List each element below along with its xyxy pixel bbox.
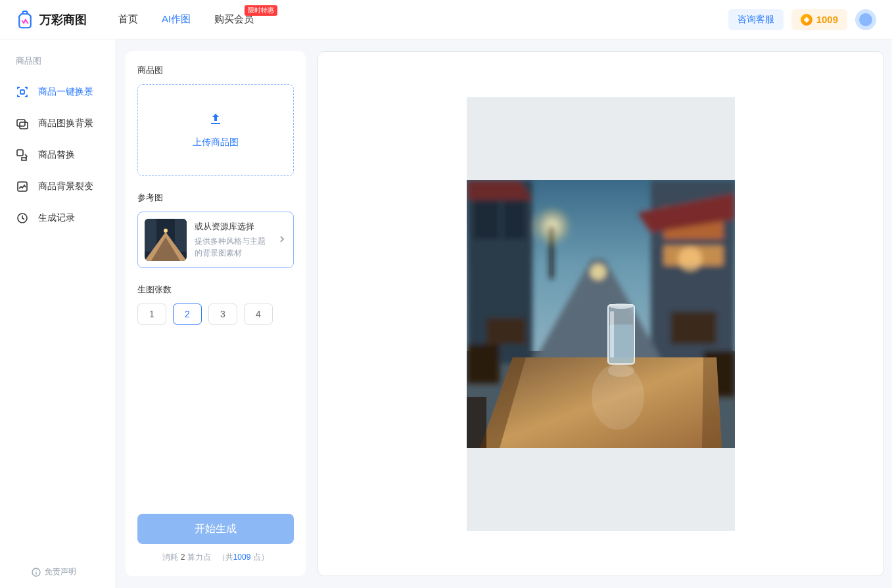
- replace-icon: [16, 148, 29, 162]
- svg-rect-16: [473, 200, 500, 239]
- preview-image: [467, 180, 735, 448]
- coin-balance-button[interactable]: ◈ 1009: [791, 9, 847, 30]
- reference-thumbnail: [145, 219, 187, 261]
- svg-rect-3: [17, 150, 23, 156]
- header-right: 咨询客服 ◈ 1009: [728, 9, 876, 30]
- control-panel: 商品图 上传商品图 参考图: [126, 51, 306, 576]
- avatar[interactable]: [855, 9, 876, 30]
- svg-point-30: [590, 264, 606, 280]
- nav-buy[interactable]: 购买会员 限时特惠: [214, 13, 254, 26]
- svg-point-31: [678, 247, 702, 271]
- count-option-1[interactable]: 1: [137, 304, 166, 325]
- sidebar-item-bg-fission[interactable]: 商品背景裂变: [0, 171, 115, 202]
- svg-rect-2: [20, 122, 28, 129]
- chevron-right-icon: [277, 235, 287, 246]
- svg-rect-17: [503, 200, 526, 239]
- upload-text: 上传商品图: [193, 137, 239, 148]
- disclaimer-link[interactable]: 免责声明: [32, 566, 76, 577]
- sidebar-item-label: 商品一键换景: [38, 86, 93, 98]
- reference-title: 或从资源库选择: [195, 221, 270, 233]
- count-section-label: 生图张数: [137, 284, 294, 296]
- sidebar: 商品图 商品一键换景 商品图换背景 商品替换 商品背景裂变: [0, 39, 115, 588]
- customer-service-button[interactable]: 咨询客服: [728, 9, 784, 30]
- sidebar-item-label: 生成记录: [38, 212, 75, 224]
- svg-rect-26: [467, 344, 500, 384]
- coin-icon: ◈: [801, 14, 812, 26]
- svg-rect-25: [670, 311, 716, 344]
- disclaimer-text: 免责声明: [45, 566, 76, 577]
- coin-count: 1009: [816, 14, 838, 25]
- nav: 首页 AI作图 购买会员 限时特惠: [118, 13, 254, 26]
- promo-badge: 限时特惠: [245, 5, 277, 16]
- reference-library-button[interactable]: 或从资源库选择 提供多种风格与主题的背景图素材: [137, 212, 294, 268]
- svg-rect-9: [175, 219, 187, 252]
- preview-canvas: [467, 97, 735, 531]
- svg-rect-24: [486, 318, 526, 344]
- scan-icon: [16, 85, 29, 99]
- svg-point-39: [609, 304, 633, 309]
- count-option-4[interactable]: 4: [244, 304, 273, 325]
- cost-info: 消耗 2 算力点 （共1009 点）: [137, 552, 294, 563]
- svg-rect-8: [145, 219, 156, 252]
- sidebar-item-change-bg[interactable]: 商品图换背景: [0, 108, 115, 139]
- brand-text: 万彩商图: [39, 12, 87, 28]
- sidebar-item-history[interactable]: 生成记录: [0, 202, 115, 234]
- preview-area: [317, 51, 884, 576]
- sidebar-group-title: 商品图: [0, 51, 115, 76]
- nav-home[interactable]: 首页: [118, 13, 138, 26]
- svg-rect-42: [467, 397, 486, 448]
- nav-ai[interactable]: AI作图: [162, 13, 191, 26]
- reference-desc: 提供多种风格与主题的背景图素材: [195, 235, 270, 259]
- image-swap-icon: [16, 117, 29, 130]
- svg-rect-0: [20, 90, 24, 94]
- brand-logo[interactable]: 万彩商图: [16, 11, 87, 29]
- sidebar-item-one-click-bg[interactable]: 商品一键换景: [0, 76, 115, 108]
- count-option-2[interactable]: 2: [173, 304, 202, 325]
- upload-icon: [208, 112, 223, 130]
- sidebar-item-label: 商品图换背景: [38, 118, 93, 129]
- svg-point-41: [608, 364, 634, 377]
- count-selector: 1 2 3 4: [137, 304, 294, 325]
- sidebar-item-label: 商品替换: [38, 149, 75, 161]
- logo-icon: [16, 11, 34, 29]
- upload-dropzone[interactable]: 上传商品图: [137, 84, 294, 176]
- svg-rect-1: [17, 120, 25, 126]
- count-option-3[interactable]: 3: [208, 304, 237, 325]
- grid-icon: [16, 180, 29, 193]
- reference-section-label: 参考图: [137, 192, 294, 204]
- sidebar-item-label: 商品背景裂变: [38, 181, 93, 192]
- generate-button[interactable]: 开始生成: [137, 514, 294, 544]
- header: 万彩商图 首页 AI作图 购买会员 限时特惠 咨询客服 ◈ 1009: [0, 0, 892, 39]
- svg-point-12: [164, 229, 168, 233]
- svg-rect-40: [610, 311, 614, 357]
- sidebar-item-replace[interactable]: 商品替换: [0, 139, 115, 171]
- info-icon: [32, 568, 41, 577]
- svg-rect-29: [550, 226, 553, 279]
- clock-icon: [16, 212, 29, 225]
- upload-section-label: 商品图: [137, 64, 294, 76]
